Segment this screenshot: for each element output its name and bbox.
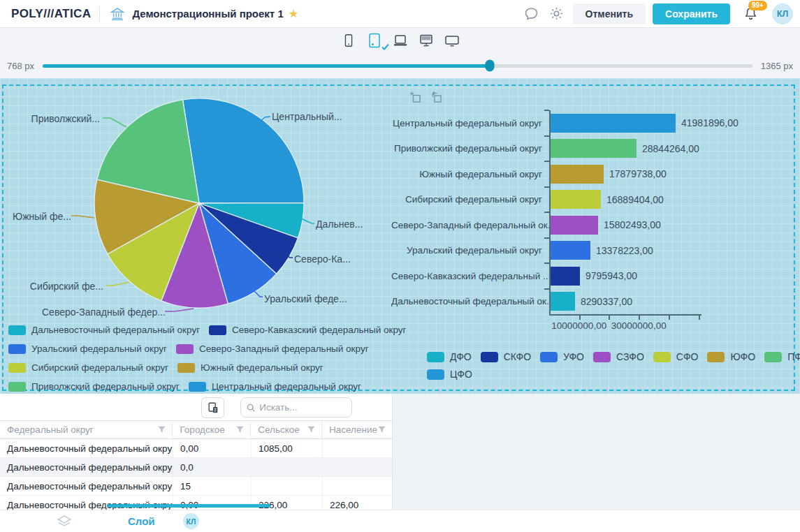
- column-header[interactable]: Население: [322, 421, 392, 438]
- legend-label: УФО: [563, 351, 584, 362]
- legend-item[interactable]: СКФО: [481, 351, 531, 362]
- legend-item[interactable]: Южный федеральный округ: [177, 362, 323, 373]
- bar-legend-row: ДФОСКФОУФОСЗФОСФОЮФОПФО: [427, 351, 800, 362]
- chat-icon[interactable]: [523, 5, 541, 23]
- legend-label: СЗФО: [616, 351, 644, 362]
- bar-row: Приволжский федеральный округ28844264,00: [391, 136, 800, 162]
- column-header[interactable]: Сельское: [251, 421, 322, 438]
- width-slider-handle[interactable]: [485, 60, 494, 72]
- favorite-star-icon[interactable]: ★: [289, 7, 298, 20]
- bar-track: 13378223,00: [549, 238, 800, 264]
- header-divider: [99, 6, 100, 22]
- legend-item[interactable]: Приволжский федеральный округ: [8, 381, 180, 392]
- app-root: POLY///ATICA Демонстрационный проект 1 ★: [0, 0, 800, 532]
- bar-value-label: 8290337,00: [581, 296, 632, 307]
- bar-category-label: Приволжский федеральный округ: [391, 143, 549, 154]
- search-icon: [247, 403, 255, 413]
- table-cell: [252, 477, 323, 495]
- table-cell: Дальневосточный федеральный округ: [0, 477, 173, 495]
- table-row[interactable]: Дальневосточный федеральный округ0,00108…: [0, 439, 392, 458]
- column-header[interactable]: Городское: [173, 421, 251, 438]
- gear-icon[interactable]: [548, 5, 566, 23]
- bar-chart[interactable]: Центральный федеральный округ41981896,00…: [391, 110, 800, 332]
- notifications-bell-icon[interactable]: 99+: [741, 5, 759, 23]
- legend-item[interactable]: СФО: [653, 351, 699, 362]
- device-tv-icon[interactable]: [442, 31, 462, 50]
- table-row[interactable]: Дальневосточный федеральный округ0,00226…: [0, 496, 392, 510]
- save-button[interactable]: Сохранить: [653, 3, 730, 24]
- bar-value-label: 17879738,00: [609, 168, 667, 179]
- device-phone-icon[interactable]: [339, 31, 358, 50]
- bar[interactable]: [551, 292, 575, 311]
- bar-x-axis: 10000000,0030000000,00: [549, 314, 701, 332]
- copy-table-icon[interactable]: [201, 397, 224, 418]
- device-tablet-icon-selected[interactable]: [365, 31, 384, 50]
- filter-icon[interactable]: [157, 425, 166, 434]
- legend-item[interactable]: ЦФО: [427, 369, 472, 380]
- device-monitor-icon[interactable]: [416, 31, 436, 50]
- bar[interactable]: [551, 267, 580, 286]
- device-laptop-icon[interactable]: [391, 31, 410, 50]
- bar-track: 9795943,00: [549, 263, 800, 289]
- legend-item[interactable]: СЗФО: [593, 351, 644, 362]
- legend-item[interactable]: УФО: [540, 351, 584, 362]
- layer-tab[interactable]: Слой: [128, 515, 155, 527]
- legend-item[interactable]: Уральский федеральный округ: [8, 343, 167, 354]
- legend-swatch: [593, 352, 611, 362]
- bar[interactable]: [551, 241, 590, 260]
- legend-swatch: [8, 382, 26, 392]
- legend-item[interactable]: Сибирский федеральный округ: [8, 362, 168, 373]
- bar[interactable]: [551, 190, 601, 209]
- bar-value-label: 28844264,00: [642, 143, 699, 154]
- pie-callout-label: Уральский феде...: [264, 293, 347, 304]
- legend-item[interactable]: Дальневосточный федеральный округ: [8, 325, 200, 335]
- undo-frame-icon[interactable]: [429, 90, 444, 105]
- bar[interactable]: [551, 139, 637, 158]
- table-cell: 1085,00: [252, 439, 323, 457]
- bar-row: Центральный федеральный округ41981896,00: [391, 110, 800, 136]
- legend-item[interactable]: Северо-Кавказский федеральный округ: [209, 325, 406, 335]
- pie-callout-line: [301, 219, 314, 223]
- layers-icon[interactable]: [56, 514, 73, 529]
- page-title: Демонстрационный проект 1: [132, 8, 283, 20]
- legend-swatch: [653, 352, 671, 362]
- search-input[interactable]: [259, 402, 346, 413]
- avatar[interactable]: КЛ: [772, 3, 793, 24]
- legend-item[interactable]: ЮФО: [707, 351, 755, 362]
- column-header-label: Городское: [180, 424, 224, 435]
- legend-item[interactable]: Центральный федеральный округ: [189, 381, 361, 392]
- bar-category-label: Центральный федеральный округ: [391, 118, 549, 128]
- table-search: [240, 397, 352, 418]
- pie-legend-row: Дальневосточный федеральный округСеверо-…: [8, 320, 407, 339]
- dashboard-canvas[interactable]: Центральный...Дальнев...Северо-Ка...Урал…: [0, 78, 800, 394]
- table-controls: [0, 394, 392, 420]
- table-row[interactable]: Дальневосточный федеральный округ15: [0, 477, 392, 496]
- table-cell: [323, 477, 392, 495]
- bar[interactable]: [551, 165, 604, 184]
- legend-item[interactable]: ПФО: [764, 351, 800, 362]
- bar[interactable]: [551, 114, 676, 133]
- table-cell: Дальневосточный федеральный округ: [0, 496, 173, 510]
- table-cell: 0,0: [173, 458, 252, 476]
- table-row[interactable]: Дальневосточный федеральный округ0,0: [0, 458, 392, 477]
- width-slider[interactable]: [43, 64, 752, 68]
- table-cell: 0,00: [173, 439, 252, 457]
- header: POLY///ATICA Демонстрационный проект 1 ★: [0, 0, 800, 28]
- cancel-button[interactable]: Отменить: [573, 3, 646, 24]
- data-table-widget[interactable]: Федеральный округГородскоеСельскоеНаселе…: [0, 394, 393, 510]
- bar[interactable]: [551, 216, 598, 235]
- crop-icon[interactable]: [408, 90, 423, 105]
- bar-category-label: Сибирский федеральный округ: [391, 194, 549, 205]
- legend-swatch: [209, 325, 226, 335]
- column-header[interactable]: Федеральный округ: [0, 421, 173, 438]
- filter-icon[interactable]: [377, 425, 386, 434]
- pie-legend-row: Сибирский федеральный округЮжный федерал…: [8, 358, 407, 377]
- filter-icon[interactable]: [235, 425, 245, 434]
- filter-icon[interactable]: [307, 425, 316, 434]
- legend-swatch: [8, 363, 26, 373]
- legend-item[interactable]: Северо-Западный федеральный округ: [176, 343, 369, 354]
- legend-swatch: [481, 352, 498, 362]
- table-horizontal-scrollbar[interactable]: [107, 504, 270, 508]
- pie-legend: Дальневосточный федеральный округСеверо-…: [8, 320, 407, 394]
- legend-item[interactable]: ДФО: [427, 351, 472, 362]
